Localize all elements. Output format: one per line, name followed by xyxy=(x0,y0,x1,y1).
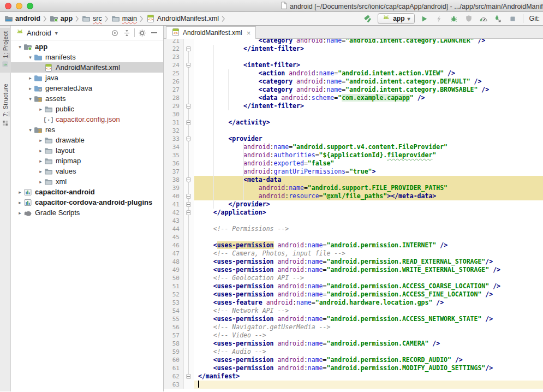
tree-item-values[interactable]: ▸values xyxy=(11,166,163,176)
expand-arrow-icon[interactable]: ▸ xyxy=(37,158,44,164)
code-line-text[interactable]: android:name="android.support.FILE_PROVI… xyxy=(194,184,543,192)
code-line-text[interactable]: </manifest> xyxy=(194,372,543,381)
code-line-text[interactable]: <data android:scheme="com.example.capapp… xyxy=(194,94,543,102)
code-line-text[interactable]: <uses-feature android:name="android.hard… xyxy=(194,299,543,307)
code-line-text[interactable]: <uses-permission android:name="android.p… xyxy=(194,282,543,290)
expand-arrow-icon[interactable]: ▸ xyxy=(37,138,44,143)
zoom-window-button[interactable] xyxy=(27,3,33,9)
expand-arrow-icon[interactable]: ▾ xyxy=(27,55,34,60)
code-line-text[interactable]: <meta-data xyxy=(194,176,543,184)
tree-item-drawable[interactable]: ▸drawable xyxy=(11,135,163,145)
tree-item-gradle-scripts[interactable]: ▸Gradle Scripts xyxy=(11,207,163,218)
code-line-text[interactable]: </activity> xyxy=(194,118,543,127)
code-line-text[interactable]: <uses-permission android:name="android.p… xyxy=(194,290,543,299)
minimize-window-button[interactable] xyxy=(16,3,22,9)
expand-arrow-icon[interactable]: ▸ xyxy=(16,210,23,216)
collapse-all-icon[interactable] xyxy=(122,28,132,38)
run-button[interactable] xyxy=(420,14,429,23)
tree-item-capacitor-android[interactable]: ▸capacitor-android xyxy=(11,187,163,197)
profiler-button[interactable] xyxy=(479,14,488,23)
code-line-57[interactable]: 57 <!-- Video --> xyxy=(164,331,543,340)
code-line-52[interactable]: 52 <uses-permission android:name="androi… xyxy=(164,290,543,299)
code-line-28[interactable]: 28 <data android:scheme="com.example.cap… xyxy=(164,94,543,102)
code-line-text[interactable]: <category android:name="android.intent.c… xyxy=(194,78,543,86)
code-line-33[interactable]: 33 <provider xyxy=(164,135,543,143)
tool-button-project[interactable]: 1: Project xyxy=(0,28,11,73)
fold-marker-icon[interactable] xyxy=(186,120,191,125)
code-line-43[interactable]: 43 xyxy=(164,217,543,225)
locate-file-icon[interactable] xyxy=(110,28,120,38)
code-line-text[interactable]: <uses-permission android:name="android.p… xyxy=(194,315,543,323)
tree-item-java[interactable]: ▸java xyxy=(11,73,163,83)
code-line-53[interactable]: 53 <uses-feature android:name="android.h… xyxy=(164,299,543,307)
hide-panel-icon[interactable] xyxy=(150,28,159,38)
code-line-text[interactable]: <category android:name="android.intent.c… xyxy=(194,86,543,94)
tree-item-manifests[interactable]: ▾manifests xyxy=(11,52,163,62)
code-line-text[interactable]: <provider xyxy=(194,135,543,143)
code-line-text[interactable] xyxy=(194,127,543,135)
build-hammer-icon[interactable] xyxy=(363,14,373,23)
breadcrumb-app[interactable]: app xyxy=(50,14,73,23)
code-line-text[interactable]: <!-- Permissions --> xyxy=(194,225,543,233)
code-line-text[interactable]: <!-- Audio --> xyxy=(194,348,543,356)
attach-debugger-button[interactable] xyxy=(493,14,503,23)
fold-marker-icon[interactable] xyxy=(186,46,191,51)
code-line-61[interactable]: 61 <uses-permission android:name="androi… xyxy=(164,364,543,372)
code-line-25[interactable]: 25 <action android:name="android.intent.… xyxy=(164,69,543,78)
expand-arrow-icon[interactable]: ▾ xyxy=(27,127,34,133)
code-line-text[interactable] xyxy=(194,110,543,118)
run-configuration-select[interactable]: app ▾ xyxy=(378,13,414,24)
document-proxy-icon[interactable] xyxy=(281,2,287,11)
code-line-58[interactable]: 58 <uses-permission android:name="androi… xyxy=(164,340,543,348)
tree-item-capacitor-config-json[interactable]: {·}capacitor.config.json xyxy=(11,114,163,124)
editor-tab-androidmanifest[interactable]: <> AndroidManifest.xml × xyxy=(166,26,256,39)
code-line-text[interactable]: </application> xyxy=(194,209,543,217)
code-line-text[interactable]: <intent-filter> xyxy=(194,61,543,69)
code-line-24[interactable]: 24 <intent-filter> xyxy=(164,61,543,69)
project-view-selector[interactable]: Android xyxy=(27,29,51,37)
project-tree[interactable]: ▾app▾manifests<>AndroidManifest.xml▸java… xyxy=(11,40,163,391)
code-line-31[interactable]: 31 </activity> xyxy=(164,118,543,127)
code-line-text[interactable]: <!-- Geolocation API --> xyxy=(194,274,543,282)
apply-changes-icon[interactable] xyxy=(434,14,444,23)
tree-item-xml[interactable]: ▸xml xyxy=(11,176,163,187)
code-line-56[interactable]: 56 <!-- Navigator.getUserMedia --> xyxy=(164,323,543,331)
breadcrumb-androidmanifest-xml[interactable]: <>AndroidManifest.xml xyxy=(146,14,219,23)
expand-arrow-icon[interactable]: ▸ xyxy=(37,106,44,112)
code-line-text[interactable]: <uses-permission android:name="android.p… xyxy=(194,340,543,348)
chevron-down-icon[interactable]: ▾ xyxy=(55,30,58,36)
code-line-30[interactable]: 30 xyxy=(164,110,543,118)
fold-marker-icon[interactable] xyxy=(186,104,191,109)
code-line-32[interactable]: 32 xyxy=(164,127,543,135)
code-line-text[interactable]: <action android:name="android.intent.act… xyxy=(194,69,543,78)
tree-item-capacitor-cordova-android-plugins[interactable]: ▸capacitor-cordova-android-plugins xyxy=(11,197,163,207)
code-line-39[interactable]: 39 android:name="android.support.FILE_PR… xyxy=(164,184,543,192)
code-line-59[interactable]: 59 <!-- Audio --> xyxy=(164,348,543,356)
code-line-text[interactable]: android:name="android.support.v4.content… xyxy=(194,143,543,151)
debug-button[interactable] xyxy=(449,14,459,23)
expand-arrow-icon[interactable]: ▾ xyxy=(16,44,23,50)
close-tab-icon[interactable]: × xyxy=(247,29,251,37)
code-line-text[interactable] xyxy=(194,233,543,241)
tree-item-generatedjava[interactable]: ▸generatedJava xyxy=(11,83,163,93)
tree-item-public[interactable]: ▸public xyxy=(11,104,163,114)
code-line-55[interactable]: 55 <uses-permission android:name="androi… xyxy=(164,315,543,323)
code-line-text[interactable] xyxy=(194,53,543,61)
fold-marker-icon[interactable] xyxy=(186,210,191,215)
expand-arrow-icon[interactable]: ▸ xyxy=(37,148,44,153)
code-line-text[interactable]: <uses-permission android:name="android.p… xyxy=(194,364,543,372)
tree-item-res[interactable]: ▾res xyxy=(11,124,163,135)
code-line-text[interactable] xyxy=(194,217,543,225)
code-line-text[interactable] xyxy=(194,381,543,389)
code-line-46[interactable]: 46 <uses-permission android:name="androi… xyxy=(164,241,543,250)
fold-marker-icon[interactable] xyxy=(186,63,191,68)
fold-marker-icon[interactable] xyxy=(186,194,191,199)
code-line-text[interactable]: <!-- Video --> xyxy=(194,331,543,340)
code-line-41[interactable]: 41 </provider> xyxy=(164,200,543,209)
code-line-text[interactable]: <uses-permission android:name="android.p… xyxy=(194,266,543,274)
code-line-27[interactable]: 27 <category android:name="android.inten… xyxy=(164,86,543,94)
gear-icon[interactable] xyxy=(138,28,147,38)
code-line-49[interactable]: 49 <uses-permission android:name="androi… xyxy=(164,266,543,274)
breadcrumb-src[interactable]: src xyxy=(82,14,102,23)
code-editor[interactable]: 21 <category android:name="android.inten… xyxy=(164,39,543,391)
